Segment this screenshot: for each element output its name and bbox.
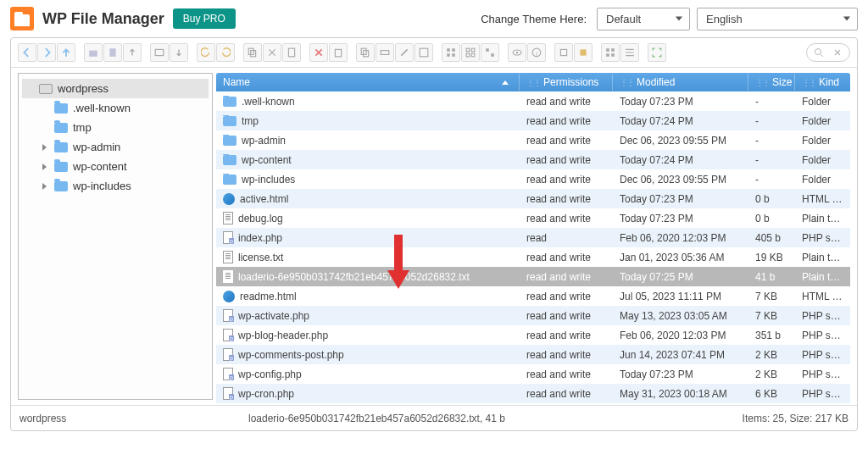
- file-row[interactable]: wp-cron.phpread and writeMay 31, 2023 00…: [216, 384, 850, 403]
- file-name: license.txt: [238, 252, 283, 263]
- file-row[interactable]: active.htmlread and writeToday 07:23 PM0…: [216, 189, 850, 208]
- file-size: 7 KB: [748, 310, 795, 322]
- file-size: 2 KB: [748, 349, 795, 361]
- file-kind: Folder: [795, 174, 850, 186]
- file-name: debug.log: [238, 213, 283, 224]
- file-row[interactable]: loaderio-6e950b031742fb21eb457a6052d2683…: [216, 267, 850, 286]
- folder-tree[interactable]: wordpress .well-knowntmpwp-adminwp-conte…: [18, 73, 213, 400]
- view-list-button[interactable]: [620, 43, 639, 62]
- file-size: -: [748, 154, 795, 166]
- back-button[interactable]: [18, 43, 36, 62]
- theme-select[interactable]: Default: [597, 8, 690, 30]
- tree-item[interactable]: wp-content: [22, 157, 209, 176]
- file-size: -: [748, 115, 795, 127]
- buy-pro-button[interactable]: Buy PRO: [173, 8, 236, 29]
- file-row[interactable]: index.phpreadFeb 06, 2020 12:03 PM405 bP…: [216, 228, 850, 247]
- close-search-icon[interactable]: [831, 46, 844, 59]
- file-name: .well-known: [242, 96, 295, 108]
- file-kind: PHP sour: [795, 369, 850, 380]
- new-folder-button[interactable]: [84, 43, 103, 62]
- file-row[interactable]: readme.htmlread and writeJul 05, 2023 11…: [216, 286, 850, 306]
- col-name[interactable]: Name: [216, 74, 520, 91]
- file-permissions: read and write: [520, 291, 613, 302]
- column-header[interactable]: Name ⋮⋮Permissions ⋮⋮Modified ⋮⋮Size ⋮⋮K…: [216, 73, 850, 91]
- svg-point-22: [516, 52, 518, 53]
- empty-button[interactable]: [329, 43, 348, 62]
- svg-rect-2: [155, 49, 164, 55]
- select-all-button[interactable]: [442, 43, 460, 62]
- rename-button[interactable]: [376, 43, 394, 62]
- archive-button[interactable]: [574, 43, 593, 62]
- cut-button[interactable]: [263, 43, 281, 62]
- view-icons-button[interactable]: [601, 43, 620, 62]
- edit-button[interactable]: [395, 43, 414, 62]
- resize-button[interactable]: [415, 43, 433, 62]
- svg-rect-29: [606, 53, 609, 57]
- file-row[interactable]: debug.logread and writeToday 07:23 PM0 b…: [216, 208, 850, 228]
- info-button[interactable]: i: [527, 43, 546, 62]
- app-header: WP File Manager Buy PRO Change Theme Her…: [0, 0, 868, 37]
- file-size: 405 b: [748, 232, 795, 244]
- file-row[interactable]: wp-includesread and writeDec 06, 2023 09…: [216, 169, 850, 189]
- col-kind[interactable]: ⋮⋮Kind: [795, 74, 850, 91]
- col-permissions[interactable]: ⋮⋮Permissions: [520, 74, 613, 91]
- tree-item[interactable]: wp-includes: [22, 176, 209, 196]
- col-modified[interactable]: ⋮⋮Modified: [613, 74, 748, 91]
- file-row[interactable]: .well-knownread and writeToday 07:23 PM-…: [216, 91, 850, 111]
- col-size[interactable]: ⋮⋮Size: [748, 74, 795, 91]
- tree-item[interactable]: wp-admin: [22, 137, 209, 157]
- preview-button[interactable]: [508, 43, 526, 62]
- redo-button[interactable]: [216, 43, 235, 62]
- undo-button[interactable]: [197, 43, 215, 62]
- download-button[interactable]: [170, 43, 188, 62]
- file-row[interactable]: license.txtread and writeJan 01, 2023 05…: [216, 247, 850, 267]
- copy-button[interactable]: [243, 43, 262, 62]
- file-row[interactable]: wp-config.phpread and writeToday 07:23 P…: [216, 364, 850, 384]
- paste-button[interactable]: [282, 43, 301, 62]
- file-row[interactable]: tmpread and writeToday 07:24 PM-Folder: [216, 111, 850, 130]
- open-button[interactable]: [150, 43, 169, 62]
- file-name: loaderio-6e950b031742fb21eb457a6052d2683…: [238, 271, 470, 283]
- file-row[interactable]: wp-activate.phpread and writeMay 13, 202…: [216, 306, 850, 325]
- file-modified: Feb 06, 2020 12:03 PM: [613, 330, 748, 341]
- file-kind: Folder: [795, 96, 850, 108]
- delete-button[interactable]: [309, 43, 328, 62]
- file-row[interactable]: wp-comments-post.phpread and writeJun 14…: [216, 345, 850, 364]
- tree-root[interactable]: wordpress: [22, 79, 209, 98]
- svg-rect-7: [361, 48, 366, 54]
- file-row[interactable]: wp-blog-header.phpread and writeFeb 06, …: [216, 325, 850, 345]
- tree-item[interactable]: tmp: [22, 118, 209, 137]
- file-kind: Plain text: [795, 213, 850, 224]
- extract-button[interactable]: [554, 43, 573, 62]
- duplicate-button[interactable]: [356, 43, 375, 62]
- file-row[interactable]: wp-adminread and writeDec 06, 2023 09:55…: [216, 130, 850, 150]
- txt-icon: [223, 270, 233, 283]
- file-modified: May 13, 2023 03:05 AM: [613, 310, 748, 322]
- new-file-button[interactable]: [103, 43, 122, 62]
- html-icon: [223, 193, 235, 205]
- file-size: 7 KB: [748, 291, 795, 302]
- file-modified: Jan 01, 2023 05:36 AM: [613, 252, 748, 263]
- php-icon: [223, 231, 233, 244]
- fullscreen-button[interactable]: [648, 43, 666, 62]
- invert-select-button[interactable]: [481, 43, 499, 62]
- svg-rect-26: [580, 49, 586, 55]
- forward-button[interactable]: [37, 43, 56, 62]
- app-title: WP File Manager: [42, 10, 164, 28]
- file-name: wp-config.php: [238, 369, 302, 380]
- file-row[interactable]: wp-contentread and writeToday 07:24 PM-F…: [216, 150, 850, 169]
- tree-item[interactable]: .well-known: [22, 98, 209, 118]
- tree-collapse-icon: [27, 86, 34, 92]
- file-permissions: read and write: [520, 213, 613, 224]
- select-none-button[interactable]: [461, 43, 480, 62]
- up-button[interactable]: [57, 43, 75, 62]
- search-box[interactable]: [806, 43, 850, 62]
- file-list: Name ⋮⋮Permissions ⋮⋮Modified ⋮⋮Size ⋮⋮K…: [216, 68, 857, 405]
- file-name: index.php: [238, 232, 282, 244]
- file-rows[interactable]: .well-knownread and writeToday 07:23 PM-…: [216, 91, 850, 405]
- upload-button[interactable]: [123, 43, 142, 62]
- svg-rect-10: [420, 48, 428, 57]
- file-permissions: read and write: [520, 388, 613, 400]
- svg-rect-12: [452, 48, 455, 52]
- language-select[interactable]: English: [697, 8, 858, 30]
